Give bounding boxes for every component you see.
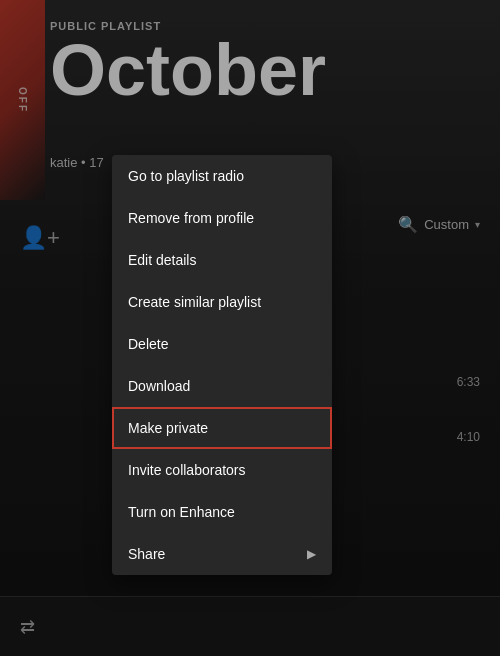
menu-item-remove-from-profile[interactable]: Remove from profile: [112, 197, 332, 239]
menu-item-delete[interactable]: Delete: [112, 323, 332, 365]
menu-item-label-remove-from-profile: Remove from profile: [128, 210, 254, 226]
submenu-chevron-icon: ▶: [307, 547, 316, 561]
menu-item-label-share: Share: [128, 546, 165, 562]
menu-item-label-download: Download: [128, 378, 190, 394]
menu-item-label-go-to-playlist-radio: Go to playlist radio: [128, 168, 244, 184]
menu-item-label-make-private: Make private: [128, 420, 208, 436]
menu-item-make-private[interactable]: Make private: [112, 407, 332, 449]
menu-item-create-similar-playlist[interactable]: Create similar playlist: [112, 281, 332, 323]
menu-item-invite-collaborators[interactable]: Invite collaborators: [112, 449, 332, 491]
menu-item-turn-on-enhance[interactable]: Turn on Enhance: [112, 491, 332, 533]
menu-item-share[interactable]: Share▶: [112, 533, 332, 575]
menu-item-label-edit-details: Edit details: [128, 252, 196, 268]
menu-item-edit-details[interactable]: Edit details: [112, 239, 332, 281]
context-menu: Go to playlist radioRemove from profileE…: [112, 155, 332, 575]
menu-item-download[interactable]: Download: [112, 365, 332, 407]
menu-item-label-turn-on-enhance: Turn on Enhance: [128, 504, 235, 520]
menu-item-label-create-similar-playlist: Create similar playlist: [128, 294, 261, 310]
menu-item-label-invite-collaborators: Invite collaborators: [128, 462, 246, 478]
menu-item-label-delete: Delete: [128, 336, 168, 352]
menu-item-go-to-playlist-radio[interactable]: Go to playlist radio: [112, 155, 332, 197]
